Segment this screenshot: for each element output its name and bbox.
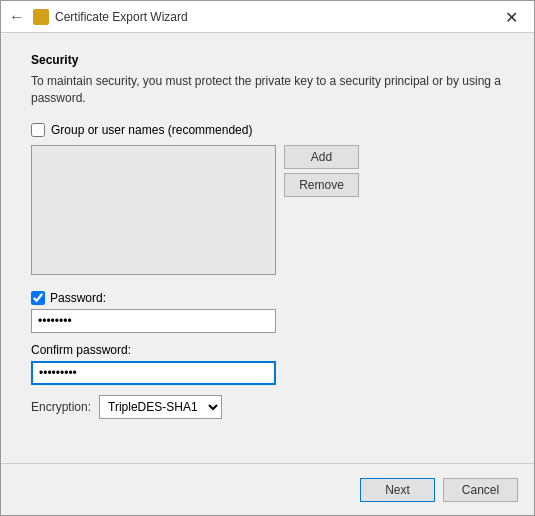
confirm-password-input[interactable] (31, 361, 276, 385)
footer: Next Cancel (1, 463, 534, 515)
security-description: To maintain security, you must protect t… (31, 73, 504, 107)
group-buttons: Add Remove (284, 145, 359, 197)
window-title: Certificate Export Wizard (55, 10, 188, 24)
password-label: Password: (50, 291, 106, 305)
password-label-row: Password: (31, 291, 504, 305)
password-checkbox[interactable] (31, 291, 45, 305)
security-header: Security (31, 53, 504, 67)
password-group: Password: (31, 291, 504, 333)
encryption-row: Encryption: TripleDES-SHA1 AES256-SHA256 (31, 395, 504, 419)
encryption-select[interactable]: TripleDES-SHA1 AES256-SHA256 (99, 395, 222, 419)
wizard-content: Security To maintain security, you must … (1, 33, 534, 463)
group-checkbox-row: Group or user names (recommended) (31, 123, 504, 137)
confirm-password-label: Confirm password: (31, 343, 504, 357)
confirm-password-group: Confirm password: (31, 343, 504, 385)
group-listbox (31, 145, 276, 275)
close-button[interactable]: ✕ (488, 1, 534, 33)
back-button[interactable]: ← (9, 8, 25, 26)
password-input[interactable] (31, 309, 276, 333)
title-bar: ← Certificate Export Wizard ✕ (1, 1, 534, 33)
group-panel: Add Remove (31, 145, 504, 275)
next-button[interactable]: Next (360, 478, 435, 502)
remove-button[interactable]: Remove (284, 173, 359, 197)
group-checkbox[interactable] (31, 123, 45, 137)
cert-icon (33, 9, 49, 25)
cancel-button[interactable]: Cancel (443, 478, 518, 502)
add-button[interactable]: Add (284, 145, 359, 169)
group-checkbox-label: Group or user names (recommended) (51, 123, 252, 137)
certificate-export-wizard-window: ← Certificate Export Wizard ✕ Security T… (0, 0, 535, 516)
encryption-label: Encryption: (31, 400, 91, 414)
